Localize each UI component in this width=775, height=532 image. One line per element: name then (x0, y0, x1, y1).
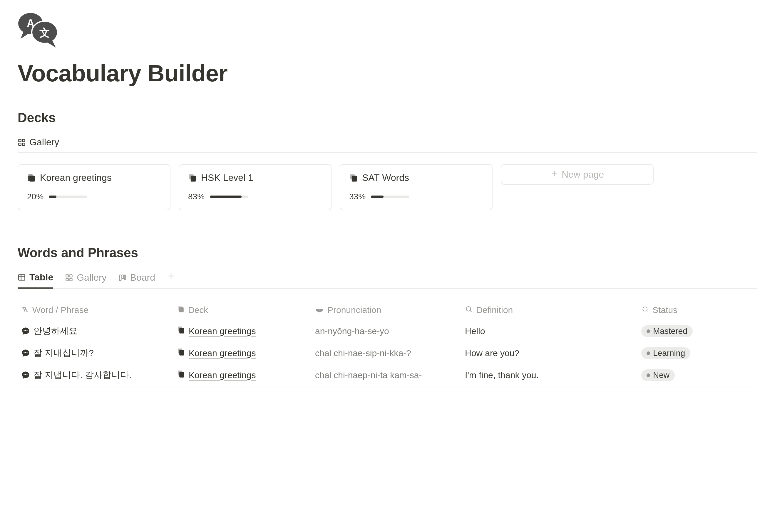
svg-line-32 (470, 310, 471, 312)
svg-rect-26 (124, 275, 125, 279)
svg-text:A: A (27, 17, 34, 29)
tab-gallery-label: Gallery (77, 272, 106, 283)
svg-rect-7 (19, 143, 21, 145)
definition-text: I'm fine, thank you. (465, 370, 539, 380)
deck-card[interactable]: SAT Words 33% (340, 164, 492, 210)
status-badge: Mastered (641, 325, 693, 337)
svg-rect-5 (19, 139, 21, 142)
definition-text: Hello (465, 326, 485, 336)
svg-rect-22 (66, 278, 68, 281)
tab-board[interactable]: Board (118, 269, 155, 288)
deck-icon (177, 326, 185, 336)
svg-rect-12 (191, 176, 196, 181)
svg-rect-55 (179, 372, 184, 378)
col-status-label: Status (653, 305, 678, 315)
svg-point-51 (23, 374, 24, 375)
board-icon (118, 274, 127, 282)
decks-view-label: Gallery (29, 137, 59, 148)
svg-line-39 (643, 311, 644, 312)
deck-progress-pct: 20% (27, 192, 43, 201)
gallery-icon (18, 138, 26, 147)
words-view-tabs: Table Gallery Board (18, 269, 757, 289)
svg-rect-45 (179, 328, 184, 334)
svg-rect-14 (352, 176, 357, 181)
svg-point-48 (26, 352, 27, 353)
words-section-title: Words and Phrases (18, 245, 757, 260)
progress-bar (371, 196, 409, 198)
search-icon (465, 305, 473, 315)
svg-rect-23 (70, 278, 72, 281)
new-page-button[interactable]: New page (501, 164, 654, 185)
pronunciation-text: chal chi-naep-ni-ta kam-sa- (315, 370, 422, 380)
svg-rect-30 (179, 307, 184, 312)
svg-line-35 (643, 307, 644, 308)
table-row[interactable]: 잘 지내십니까? Korean greetings chal chi-nae-s… (18, 342, 757, 364)
word-text: 잘 지냅니다. 감사합니다. (33, 369, 131, 381)
tab-board-label: Board (130, 272, 155, 283)
lips-icon (315, 305, 324, 315)
plus-icon (550, 169, 558, 180)
svg-point-43 (26, 330, 27, 331)
pronunciation-text: chal chi-nae-sip-ni-kka-? (315, 348, 411, 358)
deck-link[interactable]: Korean greetings (189, 326, 256, 336)
svg-rect-24 (119, 275, 121, 280)
tab-table[interactable]: Table (18, 269, 53, 289)
deck-card[interactable]: HSK Level 1 83% (179, 164, 332, 210)
page-title: Vocabulary Builder (18, 60, 757, 87)
decks-section-title: Decks (18, 110, 757, 125)
add-view-button[interactable] (167, 270, 175, 287)
deck-icon (188, 174, 197, 182)
svg-line-36 (647, 311, 648, 312)
status-badge: Learning (641, 347, 690, 359)
speech-bubble-icon (21, 371, 30, 380)
svg-point-42 (25, 330, 26, 331)
deck-card[interactable]: Korean greetings 20% (18, 164, 170, 210)
deck-card-title: HSK Level 1 (201, 172, 253, 183)
svg-text:文: 文 (39, 27, 50, 39)
svg-rect-8 (22, 143, 25, 145)
word-text: 잘 지내십니까? (33, 347, 94, 359)
speech-bubble-icon (21, 327, 30, 336)
decks-view-gallery[interactable]: Gallery (18, 134, 59, 152)
deck-icon (27, 174, 36, 182)
svg-rect-25 (122, 275, 123, 278)
col-word-label: Word / Phrase (32, 305, 88, 315)
deck-icon (177, 305, 184, 315)
definition-text: How are you? (465, 348, 519, 358)
deck-link[interactable]: Korean greetings (189, 348, 256, 358)
tab-table-label: Table (29, 272, 53, 283)
progress-bar (210, 196, 248, 198)
table-row[interactable]: 잘 지냅니다. 감사합니다. Korean greetings chal chi… (18, 364, 757, 386)
gallery-icon (65, 274, 73, 282)
svg-rect-10 (30, 176, 35, 181)
speech-bubble-icon (21, 349, 30, 358)
deck-link[interactable]: Korean greetings (189, 370, 256, 380)
loading-icon (641, 305, 649, 315)
svg-rect-21 (70, 275, 72, 277)
svg-point-41 (23, 330, 24, 331)
table-header: Word / Phrase Deck Pronunciation Definit… (18, 300, 757, 320)
svg-point-52 (25, 374, 26, 375)
col-deck-label: Deck (188, 305, 208, 315)
text-icon (21, 305, 29, 315)
status-badge: New (641, 369, 675, 381)
col-def-label: Definition (476, 305, 513, 315)
svg-rect-50 (179, 350, 184, 356)
page-icon: A 文 (18, 12, 757, 51)
deck-card-title: SAT Words (362, 172, 409, 183)
progress-bar (49, 196, 87, 198)
table-icon (18, 273, 26, 282)
tab-gallery[interactable]: Gallery (65, 269, 106, 288)
deck-icon (177, 370, 185, 380)
deck-progress-pct: 33% (349, 192, 366, 201)
deck-progress-pct: 83% (188, 192, 205, 201)
table-row[interactable]: 안녕하세요 Korean greetings an-nyŏng-ha-se-yo… (18, 320, 757, 342)
word-text: 안녕하세요 (33, 325, 78, 337)
deck-icon (349, 174, 358, 182)
deck-icon (177, 348, 185, 358)
new-page-label: New page (561, 169, 604, 180)
svg-rect-6 (22, 139, 25, 142)
decks-view-tabs: Gallery (18, 134, 757, 153)
svg-point-53 (26, 374, 27, 375)
deck-card-title: Korean greetings (40, 172, 112, 183)
